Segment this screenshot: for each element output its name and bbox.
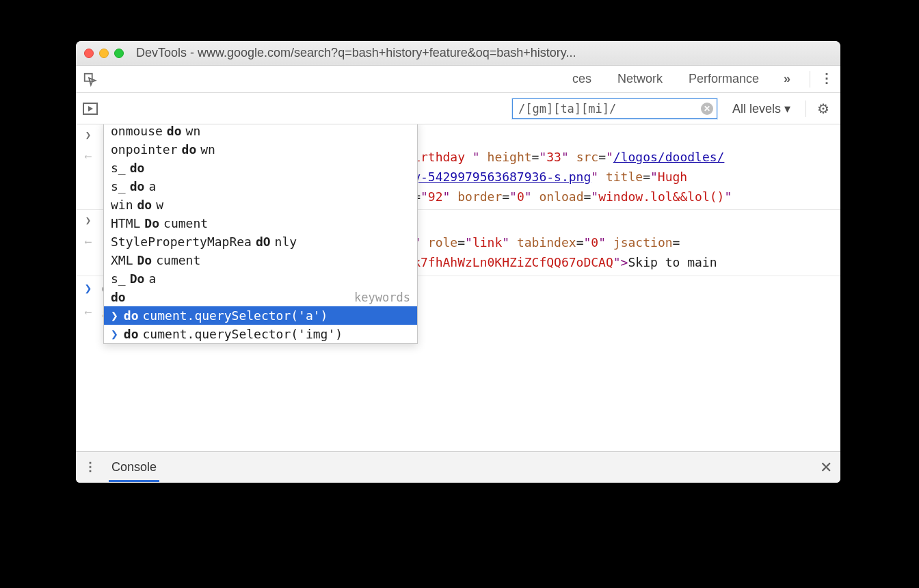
devtools-tabs: ces Network Performance » ⋯	[76, 66, 840, 93]
minimize-icon[interactable]	[99, 49, 109, 58]
drawer-menu-icon[interactable]: ⋯	[83, 461, 98, 475]
autocomplete-item[interactable]: s_doa	[104, 177, 417, 196]
autocomplete-item[interactable]: dokeywords	[104, 288, 417, 306]
autocomplete-item[interactable]: onpointerdown	[104, 140, 417, 159]
close-drawer-icon[interactable]: ✕	[820, 459, 832, 477]
tab-performance[interactable]: Performance	[678, 66, 770, 92]
autocomplete-popup: onmousedownonpointerdowns_dos_doawindowH…	[103, 124, 418, 344]
kebab-menu-icon[interactable]: ⋯	[819, 72, 836, 87]
console-body: onmousedownonpointerdowns_dos_doawindowH…	[76, 124, 840, 451]
zoom-icon[interactable]	[114, 49, 124, 58]
output-arrow-icon: ⟵	[85, 236, 91, 247]
autocomplete-item[interactable]: s_Doa	[104, 269, 417, 288]
filter-input[interactable]	[512, 98, 717, 119]
gear-icon[interactable]: ⚙	[813, 101, 834, 117]
autocomplete-item[interactable]: onmousedown	[104, 124, 417, 140]
devtools-window: DevTools - www.google.com/search?q=bash+…	[76, 41, 840, 483]
inspect-icon[interactable]	[81, 70, 99, 88]
separator	[810, 71, 810, 88]
autocomplete-item[interactable]: s_do	[104, 159, 417, 177]
prompt-arrow-icon: ❯	[85, 281, 92, 295]
titlebar: DevTools - www.google.com/search?q=bash+…	[76, 41, 840, 66]
autocomplete-item[interactable]: ❯document.querySelector('img')	[104, 325, 417, 343]
tab-network[interactable]: Network	[607, 66, 674, 92]
window-title: DevTools - www.google.com/search?q=bash+…	[136, 46, 832, 60]
autocomplete-item[interactable]: XMLDocument	[104, 251, 417, 269]
window-controls	[84, 49, 124, 58]
output-arrow-icon: ⟵	[85, 306, 91, 317]
tab-sources-partial[interactable]: ces	[561, 66, 602, 92]
autocomplete-item[interactable]: StylePropertyMapReadOnly	[104, 232, 417, 251]
input-arrow-icon: ❯	[85, 215, 91, 226]
console-toolbar: ✕ All levels ▾ ⚙	[76, 93, 840, 124]
log-levels-dropdown[interactable]: All levels ▾	[724, 101, 799, 116]
autocomplete-item[interactable]: window	[104, 196, 417, 214]
drawer: ⋯ Console ✕	[76, 451, 840, 483]
output-arrow-icon: ⟵	[85, 150, 91, 161]
input-arrow-icon: ❯	[85, 129, 91, 140]
drawer-tab-console[interactable]: Console	[109, 453, 159, 482]
autocomplete-item[interactable]: HTMLDocument	[104, 214, 417, 232]
close-icon[interactable]	[84, 49, 94, 58]
filter-wrap: ✕	[512, 98, 717, 119]
autocomplete-item[interactable]: ❯document.querySelector('a')	[104, 306, 417, 325]
separator	[805, 101, 806, 117]
clear-filter-icon[interactable]: ✕	[701, 103, 713, 115]
execution-context-icon[interactable]	[83, 103, 98, 115]
tabs-overflow[interactable]: »	[774, 72, 800, 86]
